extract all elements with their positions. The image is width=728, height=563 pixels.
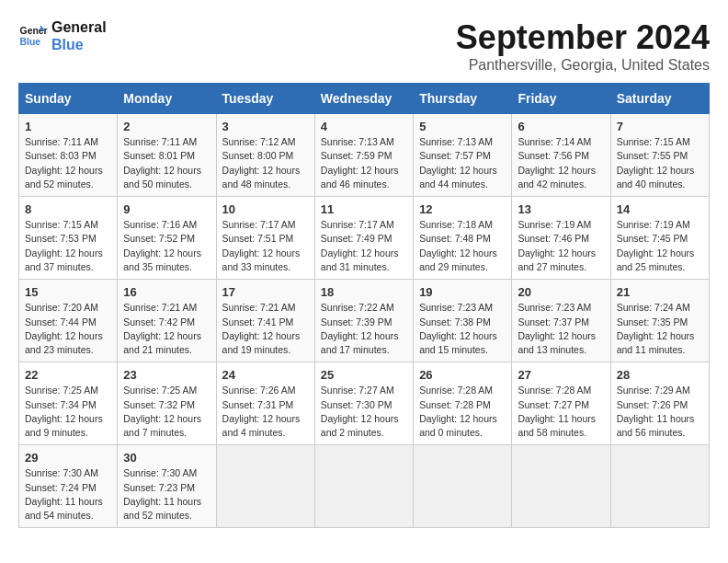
day-number: 29 bbox=[25, 450, 111, 466]
calendar-cell: 24Sunrise: 7:26 AM Sunset: 7:31 PM Dayli… bbox=[216, 362, 314, 445]
day-number: 14 bbox=[617, 201, 703, 218]
day-info: Sunrise: 7:14 AM Sunset: 7:56 PM Dayligh… bbox=[518, 135, 604, 191]
calendar-cell: 3Sunrise: 7:12 AM Sunset: 8:00 PM Daylig… bbox=[216, 114, 314, 197]
cell-content: 26Sunrise: 7:28 AM Sunset: 7:28 PM Dayli… bbox=[419, 367, 506, 440]
cell-content: 27Sunrise: 7:28 AM Sunset: 7:27 PM Dayli… bbox=[518, 367, 604, 440]
day-number: 24 bbox=[222, 367, 309, 384]
cell-content: 30Sunrise: 7:30 AM Sunset: 7:23 PM Dayli… bbox=[123, 450, 210, 523]
cell-content: 23Sunrise: 7:25 AM Sunset: 7:32 PM Dayli… bbox=[123, 367, 210, 440]
svg-text:Blue: Blue bbox=[20, 37, 41, 47]
day-info: Sunrise: 7:24 AM Sunset: 7:35 PM Dayligh… bbox=[617, 301, 703, 357]
day-number: 19 bbox=[419, 284, 506, 301]
cell-content: 1Sunrise: 7:11 AM Sunset: 8:03 PM Daylig… bbox=[25, 119, 111, 191]
cell-content: 20Sunrise: 7:23 AM Sunset: 7:37 PM Dayli… bbox=[518, 284, 604, 357]
calendar-cell: 14Sunrise: 7:19 AM Sunset: 7:45 PM Dayli… bbox=[610, 197, 709, 280]
day-info: Sunrise: 7:26 AM Sunset: 7:31 PM Dayligh… bbox=[222, 384, 309, 440]
cell-content: 14Sunrise: 7:19 AM Sunset: 7:45 PM Dayli… bbox=[617, 201, 703, 274]
day-info: Sunrise: 7:16 AM Sunset: 7:52 PM Dayligh… bbox=[123, 218, 210, 274]
day-info: Sunrise: 7:17 AM Sunset: 7:51 PM Dayligh… bbox=[222, 218, 309, 274]
day-number: 8 bbox=[25, 201, 111, 218]
day-info: Sunrise: 7:12 AM Sunset: 8:00 PM Dayligh… bbox=[222, 135, 309, 191]
day-number: 15 bbox=[25, 284, 111, 301]
calendar-cell: 8Sunrise: 7:15 AM Sunset: 7:53 PM Daylig… bbox=[19, 197, 118, 280]
weekday-header: Friday bbox=[512, 84, 610, 114]
day-number: 10 bbox=[222, 201, 309, 218]
calendar-cell bbox=[414, 445, 512, 528]
header: General Blue General Blue September 2024… bbox=[18, 18, 710, 74]
day-number: 3 bbox=[222, 119, 309, 135]
day-info: Sunrise: 7:11 AM Sunset: 8:03 PM Dayligh… bbox=[25, 135, 111, 191]
calendar-week-row: 22Sunrise: 7:25 AM Sunset: 7:34 PM Dayli… bbox=[19, 362, 710, 445]
day-number: 13 bbox=[518, 201, 604, 218]
day-info: Sunrise: 7:25 AM Sunset: 7:32 PM Dayligh… bbox=[123, 384, 210, 440]
calendar-title: September 2024 bbox=[456, 18, 710, 57]
logo-icon: General Blue bbox=[18, 21, 48, 51]
cell-content: 29Sunrise: 7:30 AM Sunset: 7:24 PM Dayli… bbox=[25, 450, 111, 523]
weekday-header-row: SundayMondayTuesdayWednesdayThursdayFrid… bbox=[19, 84, 710, 114]
logo: General Blue General Blue bbox=[18, 18, 107, 53]
weekday-header: Tuesday bbox=[216, 84, 314, 114]
calendar-subtitle: Panthersville, Georgia, United States bbox=[456, 57, 710, 74]
day-info: Sunrise: 7:20 AM Sunset: 7:44 PM Dayligh… bbox=[25, 301, 111, 357]
calendar-cell: 21Sunrise: 7:24 AM Sunset: 7:35 PM Dayli… bbox=[610, 280, 709, 362]
cell-content: 6Sunrise: 7:14 AM Sunset: 7:56 PM Daylig… bbox=[518, 119, 604, 191]
day-info: Sunrise: 7:23 AM Sunset: 7:38 PM Dayligh… bbox=[419, 301, 506, 357]
cell-content: 12Sunrise: 7:18 AM Sunset: 7:48 PM Dayli… bbox=[419, 201, 506, 274]
cell-content: 17Sunrise: 7:21 AM Sunset: 7:41 PM Dayli… bbox=[222, 284, 309, 357]
calendar-cell bbox=[216, 445, 314, 528]
weekday-header: Thursday bbox=[414, 84, 512, 114]
title-area: September 2024 Panthersville, Georgia, U… bbox=[456, 18, 710, 74]
cell-content: 7Sunrise: 7:15 AM Sunset: 7:55 PM Daylig… bbox=[617, 119, 703, 191]
day-info: Sunrise: 7:28 AM Sunset: 7:28 PM Dayligh… bbox=[419, 384, 506, 440]
day-info: Sunrise: 7:19 AM Sunset: 7:46 PM Dayligh… bbox=[518, 218, 604, 274]
day-info: Sunrise: 7:17 AM Sunset: 7:49 PM Dayligh… bbox=[321, 218, 407, 274]
cell-content: 9Sunrise: 7:16 AM Sunset: 7:52 PM Daylig… bbox=[123, 201, 210, 274]
calendar-cell: 5Sunrise: 7:13 AM Sunset: 7:57 PM Daylig… bbox=[414, 114, 512, 197]
day-info: Sunrise: 7:15 AM Sunset: 7:55 PM Dayligh… bbox=[617, 135, 703, 191]
day-info: Sunrise: 7:18 AM Sunset: 7:48 PM Dayligh… bbox=[419, 218, 506, 274]
day-info: Sunrise: 7:25 AM Sunset: 7:34 PM Dayligh… bbox=[25, 384, 111, 440]
day-number: 4 bbox=[321, 119, 407, 135]
cell-content: 8Sunrise: 7:15 AM Sunset: 7:53 PM Daylig… bbox=[25, 201, 111, 274]
calendar-cell: 2Sunrise: 7:11 AM Sunset: 8:01 PM Daylig… bbox=[118, 114, 216, 197]
cell-content: 3Sunrise: 7:12 AM Sunset: 8:00 PM Daylig… bbox=[222, 119, 309, 191]
day-info: Sunrise: 7:27 AM Sunset: 7:30 PM Dayligh… bbox=[321, 384, 407, 440]
day-info: Sunrise: 7:22 AM Sunset: 7:39 PM Dayligh… bbox=[321, 301, 407, 357]
calendar-cell: 29Sunrise: 7:30 AM Sunset: 7:24 PM Dayli… bbox=[19, 445, 118, 528]
calendar-cell: 16Sunrise: 7:21 AM Sunset: 7:42 PM Dayli… bbox=[118, 280, 216, 362]
day-number: 1 bbox=[25, 119, 111, 135]
calendar-cell bbox=[610, 445, 709, 528]
calendar-cell: 4Sunrise: 7:13 AM Sunset: 7:59 PM Daylig… bbox=[314, 114, 413, 197]
day-info: Sunrise: 7:13 AM Sunset: 7:57 PM Dayligh… bbox=[419, 135, 506, 191]
day-info: Sunrise: 7:30 AM Sunset: 7:23 PM Dayligh… bbox=[123, 466, 210, 523]
calendar-cell: 30Sunrise: 7:30 AM Sunset: 7:23 PM Dayli… bbox=[118, 445, 216, 528]
day-number: 9 bbox=[123, 201, 210, 218]
svg-text:General: General bbox=[20, 27, 48, 37]
day-number: 30 bbox=[123, 450, 210, 466]
calendar-cell: 15Sunrise: 7:20 AM Sunset: 7:44 PM Dayli… bbox=[19, 280, 118, 362]
day-info: Sunrise: 7:21 AM Sunset: 7:41 PM Dayligh… bbox=[222, 301, 309, 357]
day-number: 22 bbox=[25, 367, 111, 384]
day-number: 11 bbox=[321, 201, 407, 218]
cell-content: 22Sunrise: 7:25 AM Sunset: 7:34 PM Dayli… bbox=[25, 367, 111, 440]
cell-content: 19Sunrise: 7:23 AM Sunset: 7:38 PM Dayli… bbox=[419, 284, 506, 357]
calendar-cell: 20Sunrise: 7:23 AM Sunset: 7:37 PM Dayli… bbox=[512, 280, 610, 362]
cell-content: 15Sunrise: 7:20 AM Sunset: 7:44 PM Dayli… bbox=[25, 284, 111, 357]
day-number: 5 bbox=[419, 119, 506, 135]
day-number: 27 bbox=[518, 367, 604, 384]
calendar-week-row: 29Sunrise: 7:30 AM Sunset: 7:24 PM Dayli… bbox=[19, 445, 710, 528]
logo-general: General bbox=[51, 18, 107, 36]
day-number: 28 bbox=[617, 367, 703, 384]
calendar-cell: 10Sunrise: 7:17 AM Sunset: 7:51 PM Dayli… bbox=[216, 197, 314, 280]
calendar-cell: 19Sunrise: 7:23 AM Sunset: 7:38 PM Dayli… bbox=[414, 280, 512, 362]
day-info: Sunrise: 7:13 AM Sunset: 7:59 PM Dayligh… bbox=[321, 135, 407, 191]
cell-content: 10Sunrise: 7:17 AM Sunset: 7:51 PM Dayli… bbox=[222, 201, 309, 274]
calendar-cell: 6Sunrise: 7:14 AM Sunset: 7:56 PM Daylig… bbox=[512, 114, 610, 197]
cell-content: 21Sunrise: 7:24 AM Sunset: 7:35 PM Dayli… bbox=[617, 284, 703, 357]
cell-content: 16Sunrise: 7:21 AM Sunset: 7:42 PM Dayli… bbox=[123, 284, 210, 357]
calendar-week-row: 1Sunrise: 7:11 AM Sunset: 8:03 PM Daylig… bbox=[19, 114, 710, 197]
weekday-header: Monday bbox=[118, 84, 216, 114]
cell-content: 2Sunrise: 7:11 AM Sunset: 8:01 PM Daylig… bbox=[123, 119, 210, 191]
day-info: Sunrise: 7:11 AM Sunset: 8:01 PM Dayligh… bbox=[123, 135, 210, 191]
calendar-cell: 12Sunrise: 7:18 AM Sunset: 7:48 PM Dayli… bbox=[414, 197, 512, 280]
